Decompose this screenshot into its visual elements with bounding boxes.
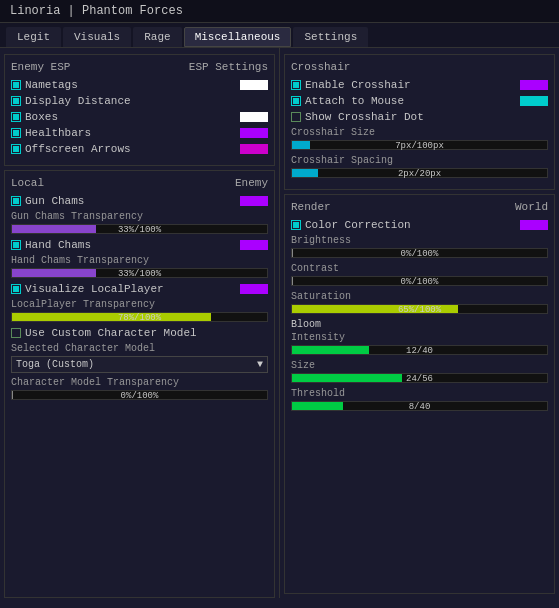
- boxes-color[interactable]: [240, 112, 268, 122]
- character-model-dropdown[interactable]: Toga (Custom) ▼: [11, 356, 268, 373]
- chevron-down-icon: ▼: [257, 359, 263, 370]
- crosshair-header: Crosshair: [291, 61, 548, 73]
- model-transparency-slider[interactable]: 0%/100%: [11, 390, 268, 400]
- gun-chams-checkbox[interactable]: [11, 196, 21, 206]
- healthbars-checkbox[interactable]: [11, 128, 21, 138]
- saturation-slider[interactable]: 65%/100%: [291, 304, 548, 314]
- display-distance-checkbox[interactable]: [11, 96, 21, 106]
- bloom-threshold-value: 8/40: [292, 402, 547, 412]
- selected-character-model-label: Selected Character Model: [11, 343, 268, 354]
- gun-chams-row: Gun Chams: [11, 195, 268, 207]
- model-transparency-container: Character Model Transparency 0%/100%: [11, 377, 268, 400]
- tab-visuals[interactable]: Visuals: [63, 27, 131, 47]
- bloom-title: Bloom: [291, 319, 548, 330]
- gun-chams-slider-container: Gun Chams Transparency 33%/100%: [11, 211, 268, 234]
- tab-settings[interactable]: Settings: [293, 27, 368, 47]
- gun-chams-label: Gun Chams: [25, 195, 84, 207]
- character-model-dropdown-value: Toga (Custom): [16, 359, 94, 370]
- contrast-container: Contrast 0%/100%: [291, 263, 548, 286]
- nametags-color[interactable]: [240, 80, 268, 90]
- tab-miscellaneous[interactable]: Miscellaneous: [184, 27, 292, 47]
- offscreen-arrows-row: Offscreen Arrows: [11, 143, 268, 155]
- healthbars-color[interactable]: [240, 128, 268, 138]
- attach-mouse-row: Attach to Mouse: [291, 95, 548, 107]
- saturation-value: 65%/100%: [292, 305, 547, 315]
- display-distance-label: Display Distance: [25, 95, 131, 107]
- hand-chams-slider-label: Hand Chams Transparency: [11, 255, 268, 266]
- hand-chams-checkbox[interactable]: [11, 240, 21, 250]
- crosshair-dot-checkbox[interactable]: [291, 112, 301, 122]
- bloom-intensity-slider[interactable]: 12/40: [291, 345, 548, 355]
- localplayer-transparency-label: LocalPlayer Transparency: [11, 299, 268, 310]
- color-correction-row: Color Correction: [291, 219, 548, 231]
- offscreen-arrows-label: Offscreen Arrows: [25, 143, 131, 155]
- nametags-row: Nametags: [11, 79, 268, 91]
- gun-chams-color[interactable]: [240, 196, 268, 206]
- hand-chams-row: Hand Chams: [11, 239, 268, 251]
- nametags-label: Nametags: [25, 79, 78, 91]
- tab-bar: Legit Visuals Rage Miscellaneous Setting…: [0, 23, 559, 48]
- chams-header: Local Enemy: [11, 177, 268, 189]
- bloom-intensity-label: Intensity: [291, 332, 548, 343]
- boxes-checkbox[interactable]: [11, 112, 21, 122]
- nametags-checkbox[interactable]: [11, 80, 21, 90]
- display-distance-row: Display Distance: [11, 95, 268, 107]
- color-correction-color[interactable]: [520, 220, 548, 230]
- brightness-slider[interactable]: 0%/100%: [291, 248, 548, 258]
- bloom-threshold-label: Threshold: [291, 388, 548, 399]
- localplayer-transparency-value: 78%/100%: [12, 313, 267, 323]
- hand-chams-slider-container: Hand Chams Transparency 33%/100%: [11, 255, 268, 278]
- localplayer-transparency-slider[interactable]: 78%/100%: [11, 312, 268, 322]
- render-title: Render: [291, 201, 331, 213]
- crosshair-spacing-slider[interactable]: 2px/20px: [291, 168, 548, 178]
- brightness-label: Brightness: [291, 235, 548, 246]
- boxes-row: Boxes: [11, 111, 268, 123]
- gun-chams-slider-value: 33%/100%: [12, 225, 267, 235]
- bloom-size-label: Size: [291, 360, 548, 371]
- title-bar: Linoria | Phantom Forces: [0, 0, 559, 23]
- offscreen-arrows-color[interactable]: [240, 144, 268, 154]
- esp-header-enemy: Enemy ESP: [11, 61, 70, 73]
- visualize-localplayer-label: Visualize LocalPlayer: [25, 283, 164, 295]
- render-section: Render World Color Correction Brightness…: [284, 194, 555, 594]
- hand-chams-color[interactable]: [240, 240, 268, 250]
- enable-crosshair-row: Enable Crosshair: [291, 79, 548, 91]
- chams-section: Local Enemy Gun Chams Gun Chams Transpar…: [4, 170, 275, 598]
- custom-model-checkbox[interactable]: [11, 328, 21, 338]
- crosshair-size-container: Crosshair Size 7px/100px: [291, 127, 548, 150]
- offscreen-arrows-checkbox[interactable]: [11, 144, 21, 154]
- tab-rage[interactable]: Rage: [133, 27, 181, 47]
- gun-chams-slider-label: Gun Chams Transparency: [11, 211, 268, 222]
- color-correction-checkbox[interactable]: [291, 220, 301, 230]
- bloom-threshold-slider[interactable]: 8/40: [291, 401, 548, 411]
- visualize-localplayer-row: Visualize LocalPlayer: [11, 283, 268, 295]
- visualize-localplayer-color[interactable]: [240, 284, 268, 294]
- left-panel: Enemy ESP ESP Settings Nametags Display …: [0, 48, 280, 598]
- enable-crosshair-color[interactable]: [520, 80, 548, 90]
- contrast-slider[interactable]: 0%/100%: [291, 276, 548, 286]
- boxes-label: Boxes: [25, 111, 58, 123]
- bloom-intensity-value: 12/40: [292, 346, 547, 356]
- bloom-section: Bloom Intensity 12/40 Size 24/56: [291, 319, 548, 411]
- world-title: World: [515, 201, 548, 213]
- enable-crosshair-checkbox[interactable]: [291, 80, 301, 90]
- crosshair-dot-row: Show Crosshair Dot: [291, 111, 548, 123]
- attach-mouse-label: Attach to Mouse: [305, 95, 404, 107]
- crosshair-size-value: 7px/100px: [292, 141, 547, 151]
- attach-mouse-checkbox[interactable]: [291, 96, 301, 106]
- crosshair-spacing-container: Crosshair Spacing 2px/20px: [291, 155, 548, 178]
- crosshair-section: Crosshair Enable Crosshair Attach to Mou…: [284, 54, 555, 190]
- attach-mouse-color[interactable]: [520, 96, 548, 106]
- visualize-localplayer-checkbox[interactable]: [11, 284, 21, 294]
- crosshair-size-slider[interactable]: 7px/100px: [291, 140, 548, 150]
- bloom-size-slider[interactable]: 24/56: [291, 373, 548, 383]
- crosshair-spacing-label: Crosshair Spacing: [291, 155, 548, 166]
- tab-legit[interactable]: Legit: [6, 27, 61, 47]
- gun-chams-slider[interactable]: 33%/100%: [11, 224, 268, 234]
- model-transparency-label: Character Model Transparency: [11, 377, 268, 388]
- hand-chams-slider[interactable]: 33%/100%: [11, 268, 268, 278]
- title-label: Linoria | Phantom Forces: [10, 4, 183, 18]
- custom-model-row: Use Custom Character Model: [11, 327, 268, 339]
- saturation-container: Saturation 65%/100%: [291, 291, 548, 314]
- main-content: Enemy ESP ESP Settings Nametags Display …: [0, 48, 559, 598]
